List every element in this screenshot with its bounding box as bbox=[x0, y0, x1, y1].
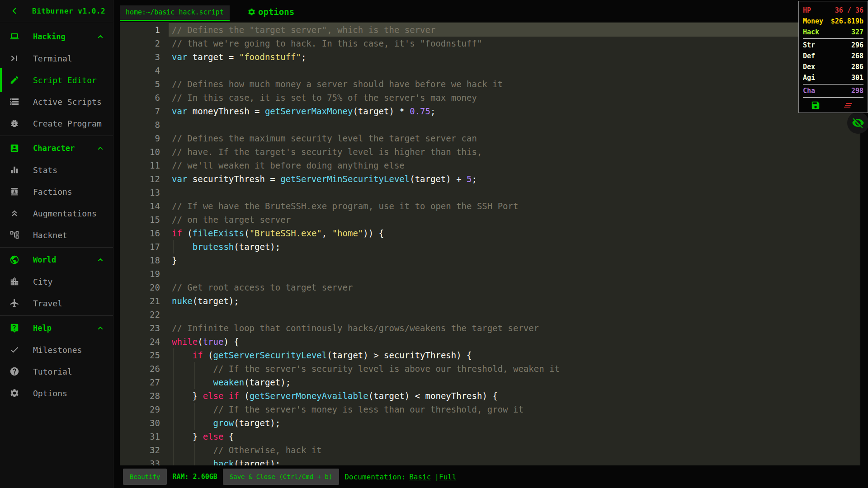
code-line: 11// we'll weaken it before doing anythi… bbox=[120, 159, 860, 172]
sidebar-item-tutorial[interactable]: Tutorial bbox=[0, 361, 113, 382]
code-line: 25 if (getServerSecurityLevel(target) > … bbox=[120, 348, 860, 362]
code-text: while(true) { bbox=[172, 335, 239, 348]
sidebar-item-label: Terminal bbox=[33, 54, 72, 63]
code-line: 1// Defines the "target server", which i… bbox=[120, 23, 860, 37]
sidebar-nav: HackingTerminalScript EditorActive Scrip… bbox=[0, 22, 113, 404]
laptop-icon bbox=[9, 32, 19, 42]
sidebar-item-augmentations[interactable]: Augmentations bbox=[0, 202, 113, 224]
sidebar-section-label: Hacking bbox=[33, 32, 66, 41]
line-number: 3 bbox=[120, 50, 160, 64]
code-text: var moneyThresh = getServerMaxMoney(targ… bbox=[172, 104, 435, 118]
sidebar-item-stats[interactable]: Stats bbox=[0, 159, 113, 181]
sidebar-section-character[interactable]: Character bbox=[0, 137, 113, 159]
code-line: 12var securityThresh = getServerMinSecur… bbox=[120, 172, 860, 186]
hud-label: Hack bbox=[803, 27, 819, 38]
code-line: 5// Defines how much money a server shou… bbox=[120, 77, 860, 91]
scripts-icon bbox=[9, 97, 19, 107]
code-line: 29 // If the server's money is less than… bbox=[120, 403, 860, 416]
options-button[interactable]: options bbox=[247, 7, 294, 17]
code-line: 7var moneyThresh = getServerMaxMoney(tar… bbox=[120, 104, 860, 118]
code-line: 9// Defines the maximum security level t… bbox=[120, 131, 860, 145]
hud-row-agi: Agi301 bbox=[803, 72, 863, 83]
sidebar-item-active-scripts[interactable]: Active Scripts bbox=[0, 91, 113, 113]
line-number: 8 bbox=[120, 118, 160, 131]
sidebar-divider bbox=[0, 247, 113, 248]
check-icon bbox=[9, 345, 19, 355]
sidebar-item-travel[interactable]: Travel bbox=[0, 292, 113, 314]
terminal-icon bbox=[9, 53, 19, 63]
beautify-button[interactable]: Beautify bbox=[123, 469, 167, 485]
documentation-label: Documentation: bbox=[344, 473, 406, 481]
code-text: // Defines how much money a server shoul… bbox=[172, 77, 503, 91]
code-line: 16if (fileExists("BruteSSH.exe", "home")… bbox=[120, 226, 860, 240]
sidebar-item-script-editor[interactable]: Script Editor bbox=[0, 69, 113, 91]
sidebar-section-world[interactable]: World bbox=[0, 249, 113, 271]
contact-card-icon bbox=[9, 187, 19, 197]
sidebar-item-label: Active Scripts bbox=[33, 97, 102, 107]
question-circle-icon bbox=[9, 366, 19, 376]
chevron-up-icon bbox=[96, 144, 105, 153]
sidebar-item-label: Travel bbox=[33, 299, 62, 308]
code-editor[interactable]: 1// Defines the "target server", which i… bbox=[120, 22, 860, 465]
sidebar-item-factions[interactable]: Factions bbox=[0, 181, 113, 202]
line-number: 6 bbox=[120, 91, 160, 104]
sidebar-section-hacking[interactable]: Hacking bbox=[0, 26, 113, 47]
line-number: 5 bbox=[120, 77, 160, 91]
hud-row-dex: Dex286 bbox=[803, 61, 863, 72]
documentation-full-group: |Full bbox=[434, 473, 456, 481]
documentation-full-link[interactable]: Full bbox=[439, 473, 457, 481]
sidebar-item-label: Options bbox=[33, 389, 67, 398]
hud-value: 327 bbox=[851, 27, 863, 38]
code-line: 20// Get root access to target server bbox=[120, 281, 860, 294]
line-number: 7 bbox=[120, 104, 160, 118]
sidebar-item-create-program[interactable]: Create Program bbox=[0, 113, 113, 134]
network-tree-icon bbox=[9, 230, 19, 240]
sidebar-item-label: Factions bbox=[33, 187, 72, 197]
code-line: 15// on the target server bbox=[120, 213, 860, 226]
code-text: // If we have the BruteSSH.exe program, … bbox=[172, 199, 518, 213]
editor-tab[interactable]: home:~/basic_hack.script bbox=[120, 5, 230, 21]
code-line: 33 hack(target); bbox=[120, 457, 860, 465]
sidebar-item-label: Stats bbox=[33, 165, 57, 175]
editor-footer: Beautify RAM: 2.60GB Save & Close (Ctrl/… bbox=[120, 465, 868, 488]
sidebar-divider bbox=[0, 136, 113, 136]
sidebar-item-milestones[interactable]: Milestones bbox=[0, 339, 113, 361]
line-number: 18 bbox=[120, 253, 160, 267]
hud-visibility-toggle[interactable] bbox=[847, 112, 868, 134]
line-number: 10 bbox=[120, 145, 160, 159]
sidebar-item-hacknet[interactable]: Hacknet bbox=[0, 224, 113, 246]
code-line: 27 weaken(target); bbox=[120, 375, 860, 389]
line-number: 17 bbox=[120, 240, 160, 253]
code-line: 26 // If the server's security level is … bbox=[120, 362, 860, 375]
clear-lines-icon[interactable] bbox=[843, 100, 854, 111]
save-icon[interactable] bbox=[811, 100, 821, 110]
hud-divider bbox=[803, 84, 863, 84]
stats-hud: HP36 / 36Money$26.819bHack327Str296Def26… bbox=[798, 1, 868, 113]
line-number: 33 bbox=[120, 457, 160, 465]
globe-icon bbox=[9, 255, 19, 265]
line-number: 30 bbox=[120, 416, 160, 430]
gear-icon bbox=[9, 388, 19, 398]
save-close-button[interactable]: Save & Close (Ctrl/Cmd + b) bbox=[223, 469, 340, 485]
sidebar-section-label: Character bbox=[33, 144, 75, 153]
hud-row-def: Def268 bbox=[803, 51, 863, 61]
code-line: 28 } else if (getServerMoneyAvailable(ta… bbox=[120, 389, 860, 403]
hud-value: 301 bbox=[851, 72, 863, 83]
sidebar-item-options[interactable]: Options bbox=[0, 382, 113, 404]
sidebar-item-terminal[interactable]: Terminal bbox=[0, 47, 113, 69]
code-line: 24while(true) { bbox=[120, 335, 860, 348]
hud-divider bbox=[803, 97, 863, 98]
documentation-basic-link[interactable]: Basic bbox=[409, 473, 431, 481]
pencil-icon bbox=[9, 75, 19, 85]
sidebar-item-city[interactable]: City bbox=[0, 271, 113, 292]
sidebar-section-help[interactable]: Help bbox=[0, 317, 113, 339]
line-number: 27 bbox=[120, 375, 160, 389]
hud-row-cha: Cha298 bbox=[803, 85, 863, 96]
line-number: 9 bbox=[120, 131, 160, 145]
hud-actions bbox=[803, 100, 863, 111]
line-number: 25 bbox=[120, 348, 160, 362]
hud-value: 36 / 36 bbox=[835, 5, 863, 16]
back-icon[interactable] bbox=[9, 6, 19, 16]
hud-label: Str bbox=[803, 40, 815, 51]
app-title: Bitburner v1.0.2 bbox=[32, 7, 105, 15]
